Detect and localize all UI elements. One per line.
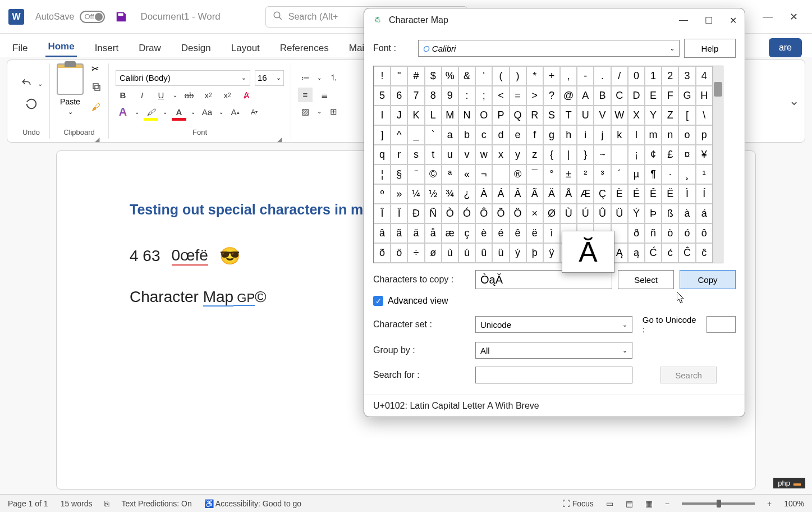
char-cell[interactable]: n — [662, 125, 678, 145]
change-case-button[interactable]: Aa — [200, 105, 214, 120]
char-cell[interactable]: & — [458, 66, 475, 86]
maximize-icon[interactable]: ☐ — [705, 15, 713, 26]
char-cell[interactable]: ; — [475, 86, 492, 106]
char-cell[interactable]: ~ — [594, 145, 611, 164]
character-grid[interactable]: !"#$%&'()*+,-./0123456789:;<=>?@ABCDEFGH… — [373, 66, 713, 263]
char-cell[interactable]: h — [560, 125, 577, 145]
grow-font-button[interactable]: A▴ — [228, 105, 242, 120]
char-cell[interactable]: ' — [475, 66, 492, 86]
char-cell[interactable]: ] — [374, 125, 391, 145]
char-cell[interactable]: k — [611, 125, 628, 145]
superscript-button[interactable]: x2 — [220, 88, 235, 103]
char-cell[interactable]: K — [407, 106, 424, 125]
char-cell[interactable]: r — [391, 145, 407, 164]
char-cell[interactable]: $ — [425, 66, 442, 86]
char-cell[interactable]: É — [628, 184, 645, 204]
zoom-percent[interactable]: 100% — [784, 499, 804, 508]
char-cell[interactable]: ` — [425, 125, 442, 145]
char-cell[interactable]: g — [543, 125, 560, 145]
borders-icon[interactable]: ⊞ — [326, 104, 341, 119]
chevron-down-icon[interactable]: ⌄ — [317, 108, 322, 115]
chevron-down-icon[interactable]: ⌄ — [68, 108, 73, 116]
char-cell[interactable]: û — [475, 243, 492, 263]
char-cell[interactable]: C — [611, 86, 628, 106]
align-left-icon[interactable]: ≡ — [298, 88, 313, 102]
char-cell[interactable]: Ó — [458, 204, 475, 223]
char-cell[interactable]: è — [475, 223, 492, 243]
char-cell[interactable]: f — [526, 125, 543, 145]
char-cell[interactable]: Ñ — [425, 204, 442, 223]
char-cell[interactable]: o — [678, 125, 695, 145]
dialog-launcher-icon[interactable]: ◢ — [277, 136, 282, 143]
char-cell[interactable]: l — [628, 125, 645, 145]
font-size-select[interactable]: 16 ⌄ — [255, 70, 284, 86]
char-cell[interactable]: ä — [407, 223, 424, 243]
char-cell[interactable]: ü — [492, 243, 509, 263]
tab-insert[interactable]: Insert — [93, 39, 121, 57]
char-cell[interactable]: Æ — [577, 184, 594, 204]
char-cell[interactable]: % — [442, 66, 458, 86]
char-cell[interactable]: H — [696, 86, 713, 106]
char-cell[interactable]: Z — [662, 106, 678, 125]
char-cell[interactable]: È — [611, 184, 628, 204]
char-cell[interactable]: : — [458, 86, 475, 106]
char-cell[interactable]: ¦ — [374, 164, 391, 184]
char-cell[interactable]: ã — [391, 223, 407, 243]
char-cell[interactable]: ¶ — [645, 164, 662, 184]
char-cell[interactable]: ¤ — [678, 145, 695, 164]
print-layout-icon[interactable]: ▤ — [626, 499, 633, 508]
char-cell[interactable]: ^ — [391, 125, 407, 145]
char-cell[interactable]: I — [374, 106, 391, 125]
char-cell[interactable]: § — [391, 164, 407, 184]
char-cell[interactable]: G — [678, 86, 695, 106]
charset-select[interactable]: Unicode ⌄ — [475, 316, 632, 333]
char-cell[interactable]: M — [442, 106, 458, 125]
char-cell[interactable]: À — [475, 184, 492, 204]
char-cell[interactable]: ¼ — [407, 184, 424, 204]
char-cell[interactable]: ç — [458, 223, 475, 243]
char-cell[interactable]: t — [425, 145, 442, 164]
char-cell[interactable]: [ — [678, 106, 695, 125]
char-cell[interactable]: Û — [594, 204, 611, 223]
char-cell[interactable]: + — [543, 66, 560, 86]
advanced-view-checkbox[interactable]: ✓ — [373, 296, 383, 306]
text-effects-button[interactable]: A — [116, 105, 130, 120]
clear-format-icon[interactable]: A̷ — [239, 88, 254, 103]
minimize-icon[interactable]: — — [763, 11, 773, 23]
char-cell[interactable]: ¯ — [526, 164, 543, 184]
char-cell[interactable]: ¨ — [407, 164, 424, 184]
char-cell[interactable]: Õ — [492, 204, 509, 223]
bold-button[interactable]: B — [116, 88, 130, 103]
char-cell[interactable]: e — [510, 125, 526, 145]
subscript-button[interactable]: x2 — [201, 88, 215, 103]
save-icon[interactable] — [113, 9, 129, 25]
char-cell[interactable]: ¡ — [628, 145, 645, 164]
close-icon[interactable]: ✕ — [790, 11, 798, 23]
char-cell[interactable]: U — [577, 106, 594, 125]
char-cell[interactable]: m — [645, 125, 662, 145]
word-count[interactable]: 15 words — [61, 499, 93, 508]
char-cell[interactable]: ½ — [425, 184, 442, 204]
char-cell[interactable]: ¬ — [475, 164, 492, 184]
char-cell[interactable]: ) — [510, 66, 526, 86]
char-cell[interactable]: ò — [662, 223, 678, 243]
char-cell[interactable]: 4 — [696, 66, 713, 86]
char-cell[interactable]: = — [510, 86, 526, 106]
char-cell[interactable]: @ — [560, 86, 577, 106]
char-cell[interactable]: ÿ — [543, 243, 560, 263]
tab-file[interactable]: File — [10, 39, 30, 57]
char-cell[interactable]: s — [407, 145, 424, 164]
close-icon[interactable]: ✕ — [730, 15, 737, 26]
char-cell[interactable]: ß — [662, 204, 678, 223]
char-cell[interactable]: ¢ — [645, 145, 662, 164]
redo-icon[interactable] — [25, 98, 38, 112]
char-cell[interactable]: Å — [560, 184, 577, 204]
autosave-toggle-group[interactable]: AutoSave Off — [35, 11, 105, 23]
char-cell[interactable]: Á — [492, 184, 509, 204]
char-cell[interactable]: 3 — [678, 66, 695, 86]
format-painter-icon[interactable]: 🖌 — [91, 102, 102, 112]
autosave-toggle[interactable]: Off — [80, 11, 105, 23]
paste-icon[interactable] — [57, 63, 84, 95]
select-button[interactable]: Select — [618, 270, 674, 289]
copy-button[interactable]: Copy — [680, 270, 736, 289]
